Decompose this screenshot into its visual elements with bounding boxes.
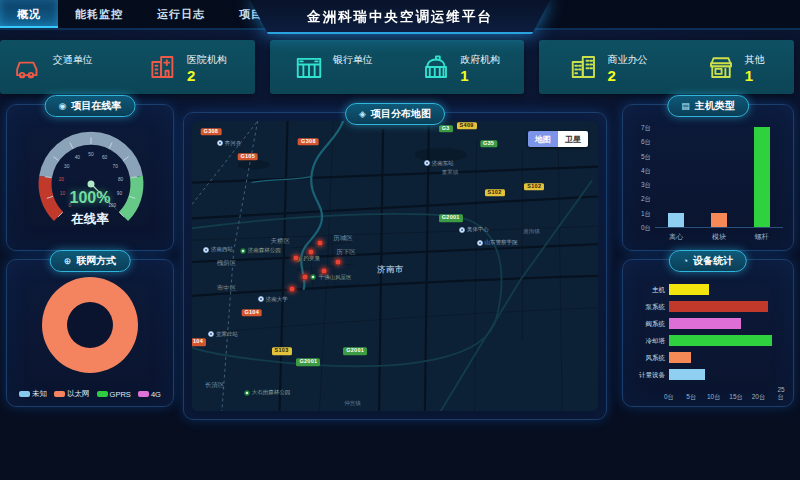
row-label: 计量设备 [629, 371, 665, 380]
road-badge: G2001 [296, 359, 320, 367]
legend-item[interactable]: 未知 [19, 389, 47, 399]
road-badge: G2001 [343, 348, 367, 356]
map-place-label: 大石崮森林公园 [244, 389, 291, 396]
legend-label: 以太网 [67, 389, 90, 399]
panel-online-rate: ◉ 项目在线率 0102030405060708090100 100% 在线率 [6, 104, 174, 251]
tab-2[interactable]: 能耗监控 [58, 0, 140, 28]
panel-head-map: ◈ 项目分布地图 [345, 103, 445, 125]
stat-item: 银行单位 [294, 52, 373, 82]
map-place-label: 市中区 [217, 284, 237, 293]
stat-value: 1 [745, 70, 765, 82]
gauge-icon: ◔ [683, 256, 688, 266]
map-btn-satellite[interactable]: 卫星 [558, 131, 588, 147]
stat-value: 2 [608, 70, 648, 82]
project-marker[interactable] [293, 255, 300, 262]
legend-label: 未知 [32, 389, 47, 399]
road-badge: S102 [524, 183, 544, 191]
map-place-label: 齐河县 [217, 140, 242, 147]
road-badge: G105 [237, 153, 258, 161]
x-tick: 5台 [686, 393, 696, 402]
legend-swatch [19, 391, 30, 397]
shop-icon [706, 52, 736, 82]
road-badge: G2001 [439, 215, 463, 223]
station-icon [424, 160, 430, 166]
stat-item: 商业办公2 [569, 52, 648, 82]
panel-head-device-stats: ◔ 设备统计 [669, 250, 747, 272]
location-icon: ◈ [359, 109, 366, 119]
road-badge: G35 [480, 140, 497, 148]
stat-text: 商业办公2 [608, 53, 648, 82]
hbar [669, 301, 768, 312]
station-icon [258, 296, 264, 302]
network-donut-chart [42, 277, 138, 373]
hbar [669, 369, 705, 380]
project-marker[interactable] [288, 285, 295, 292]
stat-value [333, 70, 373, 82]
map-type-toggle: 地图卫星 [528, 131, 588, 147]
network-icon: ⊕ [64, 256, 72, 266]
stats-row: 交通单位医院机构2银行单位政府机构1商业办公2其他1 [0, 40, 794, 94]
y-tick: 5台 [629, 152, 651, 161]
legend-item[interactable]: GPRS [97, 390, 131, 399]
stat-text: 政府机构1 [460, 53, 500, 82]
map-place-label: 槐荫区 [217, 259, 237, 268]
legend-label: 4G [151, 390, 161, 399]
project-marker[interactable] [335, 259, 342, 266]
legend-swatch [54, 391, 65, 397]
car-icon [14, 52, 44, 82]
x-tick: 25台 [777, 386, 784, 402]
y-tick: 0台 [629, 224, 651, 233]
legend-item[interactable]: 以太网 [54, 389, 90, 399]
y-tick: 6台 [629, 138, 651, 147]
row-label: 阀系统 [629, 320, 665, 329]
park-icon [240, 248, 246, 254]
project-marker[interactable] [302, 273, 309, 280]
panel-head-host-type: ▤ 主机类型 [667, 95, 749, 117]
tab-1[interactable]: 概况 [0, 0, 58, 28]
road-badge: G3 [439, 125, 453, 133]
map-btn-map[interactable]: 地图 [528, 131, 558, 147]
map-place-label: 长清区 [205, 381, 225, 390]
map-place-label: 奥体中心 [459, 226, 489, 233]
bar [711, 213, 727, 227]
y-tick: 4台 [629, 166, 651, 175]
panel-map: ◈ 项目分布地图 [183, 112, 607, 420]
stat-value [53, 70, 93, 82]
map-canvas[interactable]: G308G308G105G3S409G35S102S102G2001G2001G… [192, 121, 598, 411]
stat-item: 其他1 [706, 52, 765, 82]
panel-network: ⊕ 联网方式 未知以太网GPRS4G [6, 259, 174, 407]
map-place-label: 仲宫镇 [344, 400, 361, 407]
panel-title: 主机类型 [695, 99, 735, 113]
station-icon [203, 247, 209, 253]
project-marker[interactable] [317, 240, 324, 247]
x-label: 离心 [669, 232, 683, 242]
map-place-label: 港沟镇 [523, 228, 540, 235]
tab-3[interactable]: 运行日志 [140, 0, 222, 28]
stat-item: 交通单位 [14, 52, 93, 82]
map-place-label: 济南大学 [258, 296, 288, 303]
platform-title: 金洲科瑞中央空调运维平台 [250, 0, 550, 34]
map-place-label: 济南西站 [203, 246, 233, 253]
hbar [669, 352, 691, 363]
station-icon [459, 227, 465, 233]
stat-value: 2 [187, 70, 227, 82]
park-icon [244, 390, 250, 396]
office-icon [569, 52, 599, 82]
svg-text:40: 40 [75, 155, 81, 160]
svg-text:20: 20 [59, 177, 65, 182]
stat-label: 商业办公 [608, 53, 648, 67]
bank-icon [294, 52, 324, 82]
x-label: 螺杆 [755, 232, 769, 242]
x-axis [655, 227, 783, 228]
legend-item[interactable]: 4G [138, 390, 161, 399]
stat-card-2: 银行单位政府机构1 [270, 40, 525, 94]
panel-head-network: ⊕ 联网方式 [50, 250, 131, 272]
road-badge: S409 [457, 122, 477, 130]
project-marker[interactable] [321, 267, 328, 274]
project-marker[interactable] [308, 249, 315, 256]
platform-title-frame: 金洲科瑞中央空调运维平台 [250, 0, 550, 34]
stat-text: 银行单位 [333, 53, 373, 82]
stat-text: 医院机构2 [187, 53, 227, 82]
road-badge: S102 [484, 189, 504, 197]
map-place-label: 济南东站 [424, 160, 454, 167]
